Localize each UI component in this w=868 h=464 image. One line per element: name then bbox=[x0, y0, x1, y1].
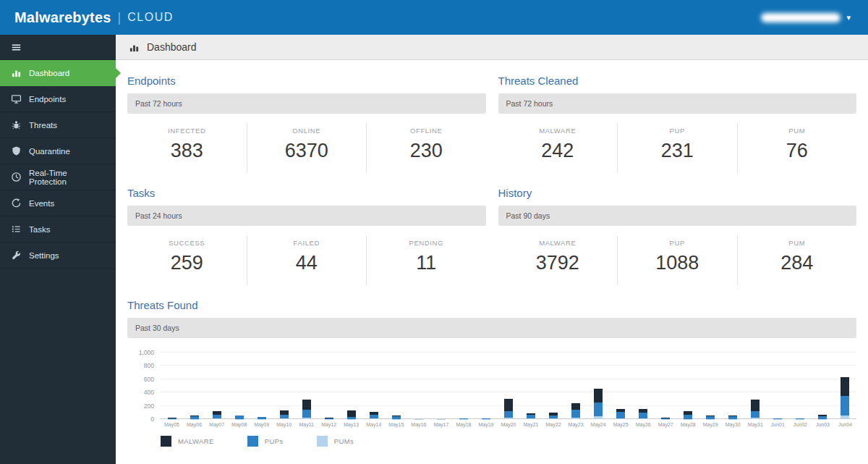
panels-grid: EndpointsPast 72 hoursINFECTED383ONLINE6… bbox=[127, 67, 856, 292]
bar-stack bbox=[280, 353, 289, 419]
x-tick-label: May21 bbox=[520, 422, 542, 427]
time-range-select[interactable]: Past 72 hours bbox=[127, 93, 486, 114]
sidebar-item-dashboard[interactable]: Dashboard bbox=[0, 60, 116, 86]
time-range-select[interactable]: Past 24 hours bbox=[127, 206, 486, 226]
bar-stack bbox=[459, 353, 468, 419]
bar-stack bbox=[527, 353, 535, 419]
bar-stack bbox=[796, 353, 804, 419]
panel-title: Threats Found bbox=[127, 299, 856, 311]
x-tick-label: May22 bbox=[542, 422, 565, 427]
sidebar-item-label: Endpoints bbox=[29, 95, 66, 104]
bar-column bbox=[273, 353, 295, 419]
bar-stack bbox=[751, 353, 760, 419]
pums-segment bbox=[302, 418, 311, 419]
chart-legend: MALWAREPUPsPUMs bbox=[161, 436, 856, 447]
stat-label: OFFLINE bbox=[367, 127, 486, 135]
legend-item-pups: PUPs bbox=[247, 436, 284, 447]
stat-label: PUP bbox=[618, 127, 737, 135]
bar-column bbox=[475, 353, 497, 419]
x-tick-label: May18 bbox=[452, 422, 475, 427]
bar-stack bbox=[370, 353, 378, 419]
stat-value: 231 bbox=[618, 140, 737, 162]
x-tick-label: May29 bbox=[699, 422, 722, 427]
content: EndpointsPast 72 hoursINFECTED383ONLINE6… bbox=[116, 60, 868, 464]
bar-stack bbox=[616, 353, 625, 419]
malware-segment bbox=[594, 389, 603, 403]
bar-stack bbox=[213, 353, 221, 419]
bar-stack bbox=[190, 353, 199, 419]
panel-threats-found: Threats Found Past 30 days 0200400600800… bbox=[127, 299, 856, 447]
bar-stack bbox=[504, 353, 513, 419]
bar-column bbox=[497, 353, 519, 419]
bar-stack bbox=[258, 353, 266, 419]
pups-segment bbox=[571, 410, 580, 418]
x-tick-label: May25 bbox=[610, 422, 632, 427]
panel-endpoints: EndpointsPast 72 hoursINFECTED383ONLINE6… bbox=[127, 67, 486, 180]
stat-value: 230 bbox=[367, 140, 486, 162]
bar-column bbox=[340, 353, 362, 419]
stat-label: SUCCESS bbox=[127, 239, 247, 247]
endpoints-icon bbox=[11, 93, 22, 104]
main: Dashboard EndpointsPast 72 hoursINFECTED… bbox=[116, 35, 868, 464]
user-menu[interactable]: ▾ bbox=[761, 13, 851, 22]
menu-button[interactable] bbox=[0, 35, 116, 60]
sidebar-item-real-time-protection[interactable]: Real-Time Protection bbox=[0, 164, 116, 190]
x-tick-label: May31 bbox=[744, 422, 767, 427]
sidebar-item-quarantine[interactable]: Quarantine bbox=[0, 138, 116, 164]
sidebar-item-tasks[interactable]: Tasks bbox=[0, 216, 116, 242]
bar-stack bbox=[818, 353, 827, 419]
x-tick-label: May06 bbox=[183, 422, 205, 427]
sidebar-item-events[interactable]: Events bbox=[0, 190, 116, 216]
x-tick-label: Jun02 bbox=[789, 422, 812, 427]
bar-column bbox=[632, 353, 655, 419]
x-tick-label: May08 bbox=[228, 422, 250, 427]
stat-label: PUM bbox=[738, 127, 857, 135]
stat-pup: PUP231 bbox=[618, 123, 738, 173]
chart-x-axis: May05May06May07May08May09May10May11May12… bbox=[161, 422, 856, 427]
bar-column bbox=[250, 353, 273, 419]
bar-column bbox=[812, 353, 834, 419]
x-tick-label: Jun03 bbox=[812, 422, 834, 427]
sidebar-item-endpoints[interactable]: Endpoints bbox=[0, 86, 116, 112]
y-tick-label: 0 bbox=[150, 416, 154, 423]
y-tick-label: 400 bbox=[144, 389, 154, 396]
bar-column bbox=[722, 353, 744, 419]
time-range-select[interactable]: Past 72 hours bbox=[498, 93, 857, 114]
x-tick-label: May17 bbox=[430, 422, 452, 427]
time-range-select[interactable]: Past 30 days bbox=[127, 318, 856, 338]
sidebar-item-settings[interactable]: Settings bbox=[0, 242, 116, 269]
chart-plot bbox=[161, 353, 856, 419]
chart-y-axis: 02004006008001,000 bbox=[127, 353, 161, 419]
app: Malwarebytes | CLOUD ▾ DashboardEndpoint… bbox=[0, 0, 868, 464]
x-tick-label: Jun01 bbox=[767, 422, 789, 427]
y-tick-label: 600 bbox=[144, 376, 154, 383]
bar-stack bbox=[325, 353, 333, 419]
x-tick-label: May16 bbox=[407, 422, 430, 427]
brand-cloud: CLOUD bbox=[127, 11, 174, 24]
sidebar-item-label: Events bbox=[29, 199, 54, 208]
hamburger-icon bbox=[11, 42, 22, 53]
bar-column bbox=[205, 353, 228, 419]
brand-name: Malwarebytes bbox=[14, 9, 111, 26]
stat-failed: FAILED44 bbox=[247, 235, 367, 285]
bar-column bbox=[587, 353, 610, 419]
time-range-select[interactable]: Past 90 days bbox=[498, 206, 857, 226]
stat-malware: MALWARE242 bbox=[498, 123, 618, 173]
malware-segment bbox=[347, 410, 356, 417]
stat-value: 11 bbox=[367, 252, 486, 274]
panel-title: Tasks bbox=[127, 187, 486, 199]
bar-column bbox=[362, 353, 385, 419]
panel-title: Endpoints bbox=[127, 75, 486, 87]
bar-stack bbox=[549, 353, 558, 419]
bar-column bbox=[677, 353, 699, 419]
pums-segment bbox=[594, 416, 603, 419]
malware-segment bbox=[504, 399, 513, 411]
malware-segment bbox=[571, 403, 580, 410]
sidebar-item-threats[interactable]: Threats bbox=[0, 112, 116, 138]
legend-label: PUMs bbox=[334, 437, 354, 445]
pups-segment bbox=[751, 411, 760, 418]
pums-segment bbox=[751, 418, 760, 419]
stat-infected: INFECTED383 bbox=[127, 123, 247, 173]
sidebar-item-label: Tasks bbox=[29, 225, 50, 234]
stat-value: 44 bbox=[247, 252, 367, 274]
